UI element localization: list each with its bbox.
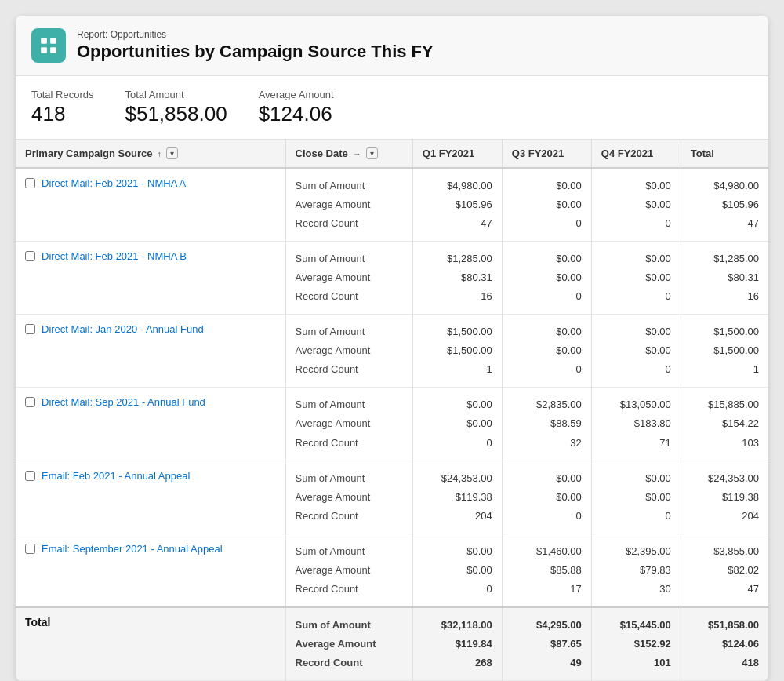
q3-value: 0 [512,360,582,379]
q1-cell: $1,285.00$80.3116 [412,242,502,315]
table-row: Email: September 2021 - Annual Appeal Su… [16,534,768,607]
total-q3-value: $4,295.00 [512,616,582,635]
table-row: Direct Mail: Sep 2021 - Annual Fund Sum … [16,388,768,461]
total-value: 103 [691,434,759,453]
campaign-link[interactable]: Direct Mail: Feb 2021 - NMHA A [42,177,186,191]
q4-cell: $2,395.00$79.8330 [591,534,681,607]
total-q1-cell: $32,118.00$119.84268 [412,607,502,681]
q4-value: 0 [601,507,671,526]
table-header-row: Primary Campaign Source ↑ ▾ Close Date →… [16,140,768,168]
metric-label: Sum of Amount [296,395,403,414]
table-row: Email: Feb 2021 - Annual Appeal Sum of A… [16,461,768,534]
total-value: 47 [691,580,759,599]
col-q3fy2021: Q3 FY2021 [502,140,591,168]
table-row: Direct Mail: Jan 2020 - Annual Fund Sum … [16,315,768,388]
metrics-cell: Sum of AmountAverage AmountRecord Count [285,534,412,607]
metric-label: Sum of Amount [296,249,403,268]
total-total-value: $124.06 [691,635,759,654]
q3-value: $0.00 [512,249,582,268]
q3-value: $88.59 [512,414,582,433]
summary-total-records: Total Records 418 [31,89,93,126]
col-q1fy2021: Q1 FY2021 [412,140,502,168]
q4-value: $0.00 [601,268,671,287]
total-records-value: 418 [31,102,93,126]
total-value: $119.38 [691,488,759,507]
metrics-cell: Sum of AmountAverage AmountRecord Count [285,388,412,461]
metric-label: Record Count [296,580,403,599]
q3-value: 0 [512,214,582,233]
q4-value: 0 [601,287,671,306]
q4-cell: $0.00$0.000 [591,242,681,315]
svg-rect-1 [50,38,56,44]
total-q1-value: $32,118.00 [423,616,492,635]
metric-label: Average Amount [296,268,403,287]
col-close-date-label: Close Date [296,147,348,159]
q1-value: $80.31 [423,268,492,287]
total-row: TotalSum of AmountAverage AmountRecord C… [16,607,768,681]
campaign-cell: Direct Mail: Feb 2021 - NMHA A [16,168,285,242]
total-value: $1,500.00 [691,322,759,341]
q4-cell: $0.00$0.000 [591,168,681,242]
campaign-cell: Direct Mail: Sep 2021 - Annual Fund [16,388,285,461]
sort-arrow-close-date: → [353,149,361,158]
campaign-link[interactable]: Email: Feb 2021 - Annual Appeal [42,469,190,483]
row-checkbox[interactable] [25,251,35,261]
q1-value: $1,500.00 [423,322,492,341]
metrics-cell: Sum of AmountAverage AmountRecord Count [285,461,412,534]
q3-value: 0 [512,507,582,526]
total-total-value: 418 [691,654,759,672]
row-checkbox[interactable] [25,544,35,554]
row-checkbox[interactable] [25,324,35,334]
q4-value: $0.00 [601,341,671,360]
campaign-link[interactable]: Direct Mail: Jan 2020 - Annual Fund [42,322,204,337]
q1-value: 47 [423,214,492,233]
q4-value: $0.00 [601,249,671,268]
total-metric-label: Sum of Amount [296,616,403,635]
svg-rect-3 [50,47,56,53]
col-campaign-label: Primary Campaign Source [25,147,153,159]
row-checkbox[interactable] [25,397,35,407]
col-total: Total [681,140,768,168]
campaign-link[interactable]: Direct Mail: Sep 2021 - Annual Fund [42,395,205,410]
total-q4-value: $152.92 [601,635,671,654]
metric-label: Record Count [296,360,403,379]
q3-cell: $0.00$0.000 [502,461,591,534]
q4-value: $0.00 [601,322,671,341]
filter-btn-campaign[interactable]: ▾ [166,147,178,159]
q3-cell: $0.00$0.000 [502,168,591,242]
total-value: $1,285.00 [691,249,759,268]
table-row: Direct Mail: Feb 2021 - NMHA A Sum of Am… [16,168,768,242]
total-metric-label: Record Count [296,654,403,672]
q1-cell: $4,980.00$105.9647 [412,168,502,242]
report-header: Report: Opportunities Opportunities by C… [16,16,768,76]
col-campaign-source: Primary Campaign Source ↑ ▾ [16,140,285,168]
total-value: $82.02 [691,561,759,580]
campaign-cell: Direct Mail: Feb 2021 - NMHA B [16,242,285,315]
q1-value: 1 [423,360,492,379]
svg-rect-0 [41,38,47,44]
q3-value: $85.88 [512,561,582,580]
campaign-link[interactable]: Direct Mail: Feb 2021 - NMHA B [42,249,187,264]
total-value: 16 [691,287,759,306]
total-cell: $4,980.00$105.9647 [681,168,768,242]
report-table: Primary Campaign Source ↑ ▾ Close Date →… [16,140,768,681]
campaign-link[interactable]: Email: September 2021 - Annual Appeal [42,542,223,556]
total-q1-value: 268 [423,654,492,672]
report-container: Report: Opportunities Opportunities by C… [16,16,768,681]
row-checkbox[interactable] [25,178,35,188]
q3-value: $0.00 [512,469,582,488]
sort-arrow-campaign: ↑ [158,149,162,158]
total-q3-value: 49 [512,654,582,672]
report-icon [31,28,66,63]
filter-btn-close-date[interactable]: ▾ [366,147,378,159]
q3-value: 0 [512,287,582,306]
q1-value: $0.00 [423,395,492,414]
svg-rect-2 [41,47,47,53]
total-amount-label: Total Amount [125,89,227,100]
q1-cell: $0.00$0.000 [412,388,502,461]
q3-value: $0.00 [512,322,582,341]
q4-value: $0.00 [601,469,671,488]
report-subtitle: Report: Opportunities [77,29,434,40]
row-checkbox[interactable] [25,471,35,481]
q3-cell: $1,460.00$85.8817 [502,534,591,607]
